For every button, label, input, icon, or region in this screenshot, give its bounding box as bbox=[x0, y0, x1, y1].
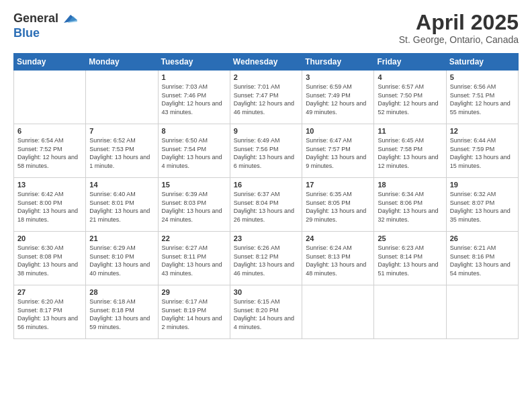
day-cell bbox=[86, 71, 158, 124]
day-info: Sunrise: 6:20 AMSunset: 8:17 PMDaylight:… bbox=[17, 298, 82, 331]
day-info: Sunrise: 6:15 AMSunset: 8:20 PMDaylight:… bbox=[234, 298, 298, 331]
day-cell: 19Sunrise: 6:32 AMSunset: 8:07 PMDayligh… bbox=[446, 178, 518, 232]
day-cell: 21Sunrise: 6:29 AMSunset: 8:10 PMDayligh… bbox=[86, 232, 158, 285]
calendar-table: Sunday Monday Tuesday Wednesday Thursday… bbox=[13, 53, 519, 339]
week-row-2: 6Sunrise: 6:54 AMSunset: 7:52 PMDaylight… bbox=[14, 124, 519, 178]
day-info: Sunrise: 6:42 AMSunset: 8:00 PMDaylight:… bbox=[17, 190, 82, 224]
day-info: Sunrise: 6:40 AMSunset: 8:01 PMDaylight:… bbox=[89, 190, 154, 224]
day-number: 30 bbox=[234, 288, 298, 296]
day-cell bbox=[374, 285, 446, 339]
day-cell: 25Sunrise: 6:23 AMSunset: 8:14 PMDayligh… bbox=[374, 232, 446, 285]
day-info: Sunrise: 6:27 AMSunset: 8:11 PMDaylight:… bbox=[162, 244, 226, 277]
day-number: 1 bbox=[162, 73, 226, 81]
logo-blue: Blue bbox=[13, 27, 77, 40]
day-number: 19 bbox=[450, 181, 515, 189]
title-block: April 2025 St. George, Ontario, Canada bbox=[399, 11, 519, 45]
logo-general: General bbox=[13, 12, 58, 26]
day-cell: 15Sunrise: 6:39 AMSunset: 8:03 PMDayligh… bbox=[158, 178, 230, 232]
day-cell bbox=[14, 71, 86, 124]
day-info: Sunrise: 6:21 AMSunset: 8:16 PMDaylight:… bbox=[450, 244, 515, 277]
col-friday: Friday bbox=[374, 54, 446, 71]
day-cell: 14Sunrise: 6:40 AMSunset: 8:01 PMDayligh… bbox=[86, 178, 158, 232]
day-cell: 1Sunrise: 7:03 AMSunset: 7:46 PMDaylight… bbox=[158, 71, 230, 124]
day-number: 17 bbox=[306, 181, 370, 189]
day-number: 13 bbox=[17, 181, 82, 189]
day-info: Sunrise: 6:45 AMSunset: 7:58 PMDaylight:… bbox=[378, 136, 442, 170]
day-cell: 13Sunrise: 6:42 AMSunset: 8:00 PMDayligh… bbox=[14, 178, 86, 232]
col-sunday: Sunday bbox=[14, 54, 86, 71]
logo-text: General Blue bbox=[13, 11, 77, 40]
logo: General Blue bbox=[13, 11, 77, 40]
day-cell: 17Sunrise: 6:35 AMSunset: 8:05 PMDayligh… bbox=[302, 178, 374, 232]
day-cell: 30Sunrise: 6:15 AMSunset: 8:20 PMDayligh… bbox=[230, 285, 302, 339]
day-cell: 12Sunrise: 6:44 AMSunset: 7:59 PMDayligh… bbox=[446, 124, 518, 178]
day-cell: 5Sunrise: 6:56 AMSunset: 7:51 PMDaylight… bbox=[446, 71, 518, 124]
calendar-page: General Blue April 2025 St. George, Onta… bbox=[0, 0, 532, 411]
day-cell: 18Sunrise: 6:34 AMSunset: 8:06 PMDayligh… bbox=[374, 178, 446, 232]
col-thursday: Thursday bbox=[302, 54, 374, 71]
day-info: Sunrise: 6:37 AMSunset: 8:04 PMDaylight:… bbox=[234, 190, 298, 224]
day-number: 24 bbox=[306, 234, 370, 242]
day-cell: 23Sunrise: 6:26 AMSunset: 8:12 PMDayligh… bbox=[230, 232, 302, 285]
day-cell: 10Sunrise: 6:47 AMSunset: 7:57 PMDayligh… bbox=[302, 124, 374, 178]
day-info: Sunrise: 7:01 AMSunset: 7:47 PMDaylight:… bbox=[234, 83, 298, 116]
day-cell bbox=[446, 285, 518, 339]
day-info: Sunrise: 7:03 AMSunset: 7:46 PMDaylight:… bbox=[162, 83, 226, 116]
day-cell: 16Sunrise: 6:37 AMSunset: 8:04 PMDayligh… bbox=[230, 178, 302, 232]
day-info: Sunrise: 6:17 AMSunset: 8:19 PMDaylight:… bbox=[162, 298, 226, 331]
day-number: 9 bbox=[234, 127, 298, 135]
day-cell: 27Sunrise: 6:20 AMSunset: 8:17 PMDayligh… bbox=[14, 285, 86, 339]
calendar-header: Sunday Monday Tuesday Wednesday Thursday… bbox=[14, 54, 519, 71]
week-row-4: 20Sunrise: 6:30 AMSunset: 8:08 PMDayligh… bbox=[14, 232, 519, 285]
day-number: 4 bbox=[378, 73, 442, 81]
col-tuesday: Tuesday bbox=[158, 54, 230, 71]
day-cell: 3Sunrise: 6:59 AMSunset: 7:49 PMDaylight… bbox=[302, 71, 374, 124]
week-row-3: 13Sunrise: 6:42 AMSunset: 8:00 PMDayligh… bbox=[14, 178, 519, 232]
day-cell bbox=[302, 285, 374, 339]
day-cell: 2Sunrise: 7:01 AMSunset: 7:47 PMDaylight… bbox=[230, 71, 302, 124]
header-row: Sunday Monday Tuesday Wednesday Thursday… bbox=[14, 54, 519, 71]
day-info: Sunrise: 6:44 AMSunset: 7:59 PMDaylight:… bbox=[450, 136, 515, 170]
day-info: Sunrise: 6:52 AMSunset: 7:53 PMDaylight:… bbox=[89, 136, 154, 170]
day-cell: 8Sunrise: 6:50 AMSunset: 7:54 PMDaylight… bbox=[158, 124, 230, 178]
day-info: Sunrise: 6:32 AMSunset: 8:07 PMDaylight:… bbox=[450, 190, 515, 224]
header: General Blue April 2025 St. George, Onta… bbox=[13, 11, 519, 45]
day-number: 27 bbox=[17, 288, 82, 296]
day-info: Sunrise: 6:47 AMSunset: 7:57 PMDaylight:… bbox=[306, 136, 370, 170]
day-info: Sunrise: 6:49 AMSunset: 7:56 PMDaylight:… bbox=[234, 136, 298, 170]
day-info: Sunrise: 6:56 AMSunset: 7:51 PMDaylight:… bbox=[450, 83, 515, 116]
day-number: 29 bbox=[162, 288, 226, 296]
week-row-5: 27Sunrise: 6:20 AMSunset: 8:17 PMDayligh… bbox=[14, 285, 519, 339]
day-number: 20 bbox=[17, 234, 82, 242]
day-info: Sunrise: 6:30 AMSunset: 8:08 PMDaylight:… bbox=[17, 244, 82, 277]
col-wednesday: Wednesday bbox=[230, 54, 302, 71]
day-number: 11 bbox=[378, 127, 442, 135]
day-info: Sunrise: 6:39 AMSunset: 8:03 PMDaylight:… bbox=[162, 190, 226, 224]
calendar-subtitle: St. George, Ontario, Canada bbox=[399, 34, 519, 45]
day-number: 2 bbox=[234, 73, 298, 81]
day-number: 5 bbox=[450, 73, 515, 81]
day-info: Sunrise: 6:26 AMSunset: 8:12 PMDaylight:… bbox=[234, 244, 298, 277]
day-number: 25 bbox=[378, 234, 442, 242]
day-number: 10 bbox=[306, 127, 370, 135]
day-number: 6 bbox=[17, 127, 82, 135]
day-cell: 26Sunrise: 6:21 AMSunset: 8:16 PMDayligh… bbox=[446, 232, 518, 285]
day-cell: 7Sunrise: 6:52 AMSunset: 7:53 PMDaylight… bbox=[86, 124, 158, 178]
col-saturday: Saturday bbox=[446, 54, 518, 71]
day-number: 21 bbox=[89, 234, 154, 242]
day-number: 15 bbox=[162, 181, 226, 189]
day-cell: 9Sunrise: 6:49 AMSunset: 7:56 PMDaylight… bbox=[230, 124, 302, 178]
day-cell: 29Sunrise: 6:17 AMSunset: 8:19 PMDayligh… bbox=[158, 285, 230, 339]
day-number: 26 bbox=[450, 234, 515, 242]
day-number: 23 bbox=[234, 234, 298, 242]
day-number: 14 bbox=[89, 181, 154, 189]
day-info: Sunrise: 6:50 AMSunset: 7:54 PMDaylight:… bbox=[162, 136, 226, 170]
day-number: 16 bbox=[234, 181, 298, 189]
day-cell: 24Sunrise: 6:24 AMSunset: 8:13 PMDayligh… bbox=[302, 232, 374, 285]
calendar-body: 1Sunrise: 7:03 AMSunset: 7:46 PMDaylight… bbox=[14, 71, 519, 339]
day-number: 28 bbox=[89, 288, 154, 296]
day-info: Sunrise: 6:24 AMSunset: 8:13 PMDaylight:… bbox=[306, 244, 370, 277]
day-info: Sunrise: 6:34 AMSunset: 8:06 PMDaylight:… bbox=[378, 190, 442, 224]
day-number: 3 bbox=[306, 73, 370, 81]
day-number: 8 bbox=[162, 127, 226, 135]
